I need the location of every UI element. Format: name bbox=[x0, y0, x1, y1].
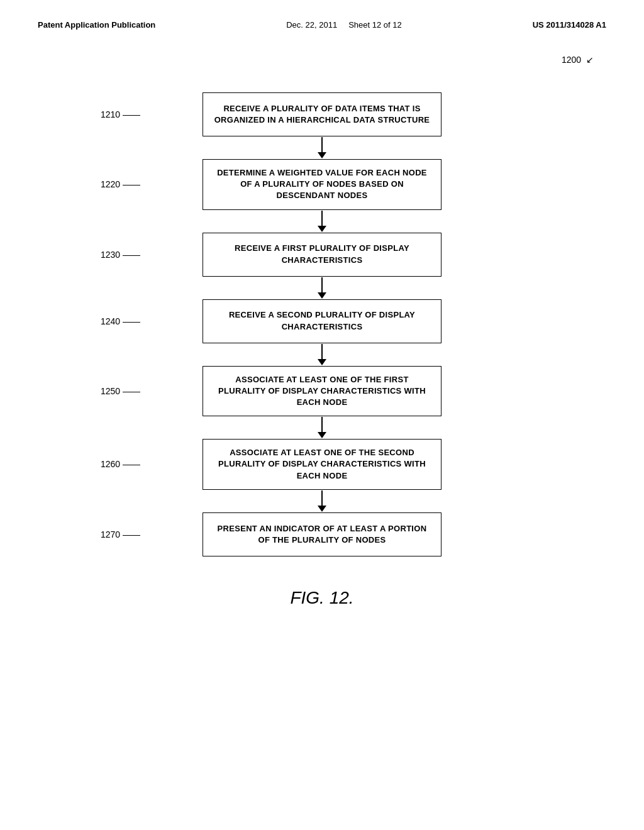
ref-1200-arrow: ↙ bbox=[586, 55, 594, 65]
header-date-sheet: Dec. 22, 2011 Sheet 12 of 12 bbox=[286, 20, 402, 30]
header-patent-number: US 2011/314028 A1 bbox=[533, 20, 606, 30]
diagram-area: 1200 ↙ 1210 ——RECEIVE A PLURALITY OF DAT… bbox=[0, 42, 644, 671]
step-content-1220: 1220 ——DETERMINE A WEIGHTED VALUE FOR EA… bbox=[38, 159, 606, 210]
arrow-line-1220 bbox=[321, 211, 323, 226]
arrow-connector-1250 bbox=[318, 416, 326, 439]
step-box-1270: PRESENT AN INDICATOR OF AT LEAST A PORTI… bbox=[203, 512, 441, 556]
arrow-connector-1260 bbox=[318, 490, 326, 512]
arrow-head-1260 bbox=[318, 506, 326, 512]
arrow-head-1210 bbox=[318, 152, 326, 158]
page: Patent Application Publication Dec. 22, … bbox=[0, 0, 644, 830]
step-content-1270: 1270 ——PRESENT AN INDICATOR OF AT LEAST … bbox=[38, 512, 606, 556]
step-label-1250: 1250 —— bbox=[101, 386, 140, 396]
step-label-1230: 1230 —— bbox=[101, 250, 140, 260]
arrow-connector-1230 bbox=[318, 277, 326, 299]
step-box-1220: DETERMINE A WEIGHTED VALUE FOR EACH NODE… bbox=[203, 159, 441, 210]
header-sheet: Sheet 12 of 12 bbox=[348, 20, 402, 30]
step-row-1250: 1250 ——ASSOCIATE AT LEAST ONE OF THE FIR… bbox=[38, 366, 606, 440]
step-box-1240: RECEIVE A SECOND PLURALITY OF DISPLAY CH… bbox=[203, 299, 441, 343]
step-row-1270: 1270 ——PRESENT AN INDICATOR OF AT LEAST … bbox=[38, 512, 606, 556]
header: Patent Application Publication Dec. 22, … bbox=[0, 0, 644, 42]
step-label-1210: 1210 —— bbox=[101, 109, 140, 119]
figure-caption: FIG. 12. bbox=[38, 588, 606, 633]
step-row-1220: 1220 ——DETERMINE A WEIGHTED VALUE FOR EA… bbox=[38, 159, 606, 233]
arrow-head-1250 bbox=[318, 432, 326, 438]
arrow-connector-1220 bbox=[318, 210, 326, 233]
ref-1200-number: 1200 bbox=[562, 55, 581, 65]
arrow-connector-1210 bbox=[318, 136, 326, 159]
step-row-1230: 1230 ——RECEIVE A FIRST PLURALITY OF DISP… bbox=[38, 233, 606, 299]
ref-1200: 1200 ↙ bbox=[562, 55, 594, 65]
arrow-line-1230 bbox=[321, 277, 323, 292]
step-box-1230: RECEIVE A FIRST PLURALITY OF DISPLAY CHA… bbox=[203, 233, 441, 277]
arrow-line-1210 bbox=[321, 137, 323, 152]
step-content-1250: 1250 ——ASSOCIATE AT LEAST ONE OF THE FIR… bbox=[38, 366, 606, 417]
arrow-line-1240 bbox=[321, 344, 323, 359]
step-content-1230: 1230 ——RECEIVE A FIRST PLURALITY OF DISP… bbox=[38, 233, 606, 277]
flow-container: 1210 ——RECEIVE A PLURALITY OF DATA ITEMS… bbox=[38, 92, 606, 556]
step-row-1240: 1240 ——RECEIVE A SECOND PLURALITY OF DIS… bbox=[38, 299, 606, 366]
step-label-1260: 1260 —— bbox=[101, 459, 140, 469]
header-date: Dec. 22, 2011 bbox=[286, 20, 337, 30]
step-box-1260: ASSOCIATE AT LEAST ONE OF THE SECOND PLU… bbox=[203, 439, 441, 490]
arrow-line-1250 bbox=[321, 417, 323, 432]
step-box-1250: ASSOCIATE AT LEAST ONE OF THE FIRST PLUR… bbox=[203, 366, 441, 417]
step-row-1210: 1210 ——RECEIVE A PLURALITY OF DATA ITEMS… bbox=[38, 92, 606, 159]
step-content-1240: 1240 ——RECEIVE A SECOND PLURALITY OF DIS… bbox=[38, 299, 606, 343]
step-label-1270: 1270 —— bbox=[101, 529, 140, 540]
step-label-1240: 1240 —— bbox=[101, 316, 140, 326]
arrow-head-1220 bbox=[318, 226, 326, 232]
arrow-head-1240 bbox=[318, 359, 326, 365]
header-publication-label: Patent Application Publication bbox=[38, 20, 155, 30]
arrow-connector-1240 bbox=[318, 343, 326, 366]
step-box-1210: RECEIVE A PLURALITY OF DATA ITEMS THAT I… bbox=[203, 92, 441, 136]
step-content-1260: 1260 ——ASSOCIATE AT LEAST ONE OF THE SEC… bbox=[38, 439, 606, 490]
arrow-line-1260 bbox=[321, 490, 323, 506]
step-content-1210: 1210 ——RECEIVE A PLURALITY OF DATA ITEMS… bbox=[38, 92, 606, 136]
arrow-head-1230 bbox=[318, 292, 326, 299]
step-row-1260: 1260 ——ASSOCIATE AT LEAST ONE OF THE SEC… bbox=[38, 439, 606, 512]
step-label-1220: 1220 —— bbox=[101, 179, 140, 189]
